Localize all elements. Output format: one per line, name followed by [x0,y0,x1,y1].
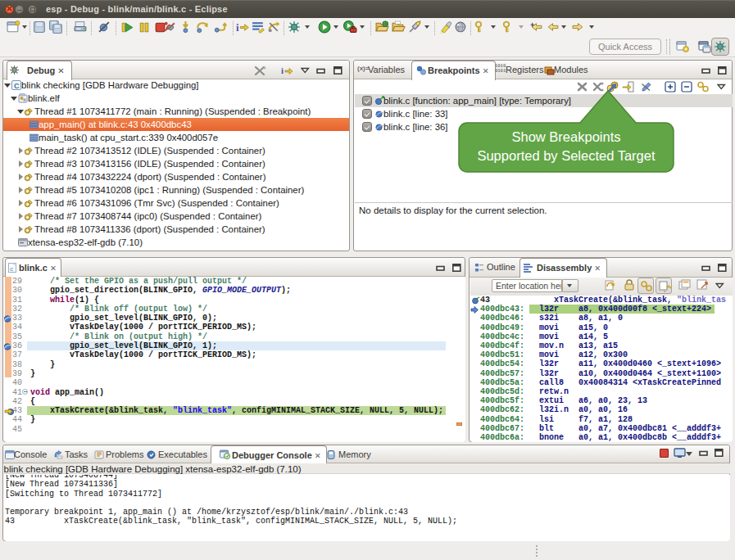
svg-text:i: i [281,65,284,75]
svg-text:Show Breakpoints: Show Breakpoints [512,129,621,144]
svg-text:c: c [10,266,14,273]
svg-text:Supported by Selected Target: Supported by Selected Target [477,148,656,163]
svg-text:C: C [14,82,20,90]
svg-text:i: i [236,22,239,34]
